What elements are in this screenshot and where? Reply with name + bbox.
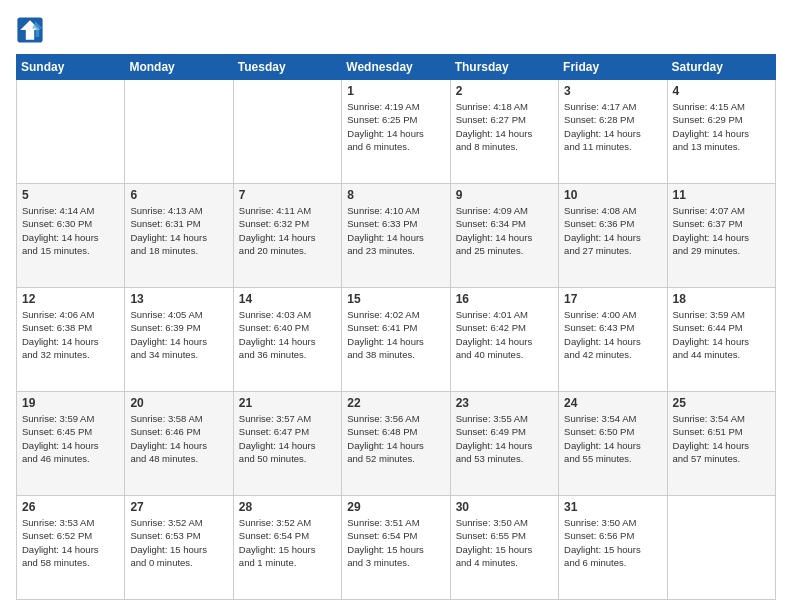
day-info: Sunrise: 4:15 AM Sunset: 6:29 PM Dayligh… (673, 100, 770, 153)
day-info: Sunrise: 3:52 AM Sunset: 6:53 PM Dayligh… (130, 516, 227, 569)
calendar-cell: 6Sunrise: 4:13 AM Sunset: 6:31 PM Daylig… (125, 184, 233, 288)
day-number: 10 (564, 188, 661, 202)
calendar-cell: 26Sunrise: 3:53 AM Sunset: 6:52 PM Dayli… (17, 496, 125, 600)
calendar-cell: 25Sunrise: 3:54 AM Sunset: 6:51 PM Dayli… (667, 392, 775, 496)
day-number: 7 (239, 188, 336, 202)
day-number: 22 (347, 396, 444, 410)
day-info: Sunrise: 4:19 AM Sunset: 6:25 PM Dayligh… (347, 100, 444, 153)
day-number: 19 (22, 396, 119, 410)
page: SundayMondayTuesdayWednesdayThursdayFrid… (0, 0, 792, 612)
calendar-cell: 14Sunrise: 4:03 AM Sunset: 6:40 PM Dayli… (233, 288, 341, 392)
calendar-table: SundayMondayTuesdayWednesdayThursdayFrid… (16, 54, 776, 600)
calendar-cell: 9Sunrise: 4:09 AM Sunset: 6:34 PM Daylig… (450, 184, 558, 288)
day-number: 3 (564, 84, 661, 98)
day-info: Sunrise: 4:08 AM Sunset: 6:36 PM Dayligh… (564, 204, 661, 257)
day-info: Sunrise: 4:09 AM Sunset: 6:34 PM Dayligh… (456, 204, 553, 257)
day-number: 24 (564, 396, 661, 410)
calendar-cell: 11Sunrise: 4:07 AM Sunset: 6:37 PM Dayli… (667, 184, 775, 288)
calendar-cell: 12Sunrise: 4:06 AM Sunset: 6:38 PM Dayli… (17, 288, 125, 392)
calendar-cell: 4Sunrise: 4:15 AM Sunset: 6:29 PM Daylig… (667, 80, 775, 184)
calendar-week-row: 5Sunrise: 4:14 AM Sunset: 6:30 PM Daylig… (17, 184, 776, 288)
calendar-cell: 8Sunrise: 4:10 AM Sunset: 6:33 PM Daylig… (342, 184, 450, 288)
calendar-cell: 29Sunrise: 3:51 AM Sunset: 6:54 PM Dayli… (342, 496, 450, 600)
day-info: Sunrise: 4:06 AM Sunset: 6:38 PM Dayligh… (22, 308, 119, 361)
calendar-week-row: 26Sunrise: 3:53 AM Sunset: 6:52 PM Dayli… (17, 496, 776, 600)
day-number: 12 (22, 292, 119, 306)
weekday-header-row: SundayMondayTuesdayWednesdayThursdayFrid… (17, 55, 776, 80)
calendar-cell: 28Sunrise: 3:52 AM Sunset: 6:54 PM Dayli… (233, 496, 341, 600)
weekday-header-sunday: Sunday (17, 55, 125, 80)
day-number: 8 (347, 188, 444, 202)
day-info: Sunrise: 4:10 AM Sunset: 6:33 PM Dayligh… (347, 204, 444, 257)
day-number: 16 (456, 292, 553, 306)
day-info: Sunrise: 4:17 AM Sunset: 6:28 PM Dayligh… (564, 100, 661, 153)
calendar-cell: 2Sunrise: 4:18 AM Sunset: 6:27 PM Daylig… (450, 80, 558, 184)
calendar-cell (17, 80, 125, 184)
calendar-week-row: 19Sunrise: 3:59 AM Sunset: 6:45 PM Dayli… (17, 392, 776, 496)
day-info: Sunrise: 3:53 AM Sunset: 6:52 PM Dayligh… (22, 516, 119, 569)
day-number: 21 (239, 396, 336, 410)
day-info: Sunrise: 3:54 AM Sunset: 6:50 PM Dayligh… (564, 412, 661, 465)
weekday-header-wednesday: Wednesday (342, 55, 450, 80)
calendar-cell (233, 80, 341, 184)
calendar-cell: 20Sunrise: 3:58 AM Sunset: 6:46 PM Dayli… (125, 392, 233, 496)
calendar-cell: 7Sunrise: 4:11 AM Sunset: 6:32 PM Daylig… (233, 184, 341, 288)
day-info: Sunrise: 3:51 AM Sunset: 6:54 PM Dayligh… (347, 516, 444, 569)
day-number: 5 (22, 188, 119, 202)
calendar-cell: 23Sunrise: 3:55 AM Sunset: 6:49 PM Dayli… (450, 392, 558, 496)
day-number: 30 (456, 500, 553, 514)
calendar-cell: 21Sunrise: 3:57 AM Sunset: 6:47 PM Dayli… (233, 392, 341, 496)
day-info: Sunrise: 3:50 AM Sunset: 6:56 PM Dayligh… (564, 516, 661, 569)
calendar-cell: 15Sunrise: 4:02 AM Sunset: 6:41 PM Dayli… (342, 288, 450, 392)
calendar-cell: 22Sunrise: 3:56 AM Sunset: 6:48 PM Dayli… (342, 392, 450, 496)
logo (16, 16, 48, 44)
day-info: Sunrise: 3:59 AM Sunset: 6:44 PM Dayligh… (673, 308, 770, 361)
day-number: 6 (130, 188, 227, 202)
weekday-header-tuesday: Tuesday (233, 55, 341, 80)
weekday-header-thursday: Thursday (450, 55, 558, 80)
calendar-cell: 1Sunrise: 4:19 AM Sunset: 6:25 PM Daylig… (342, 80, 450, 184)
day-info: Sunrise: 3:52 AM Sunset: 6:54 PM Dayligh… (239, 516, 336, 569)
calendar-cell: 3Sunrise: 4:17 AM Sunset: 6:28 PM Daylig… (559, 80, 667, 184)
day-info: Sunrise: 4:00 AM Sunset: 6:43 PM Dayligh… (564, 308, 661, 361)
calendar-cell (667, 496, 775, 600)
day-number: 1 (347, 84, 444, 98)
day-info: Sunrise: 4:03 AM Sunset: 6:40 PM Dayligh… (239, 308, 336, 361)
calendar-week-row: 12Sunrise: 4:06 AM Sunset: 6:38 PM Dayli… (17, 288, 776, 392)
day-number: 27 (130, 500, 227, 514)
day-info: Sunrise: 4:14 AM Sunset: 6:30 PM Dayligh… (22, 204, 119, 257)
day-number: 23 (456, 396, 553, 410)
calendar-cell: 13Sunrise: 4:05 AM Sunset: 6:39 PM Dayli… (125, 288, 233, 392)
day-number: 31 (564, 500, 661, 514)
day-info: Sunrise: 3:59 AM Sunset: 6:45 PM Dayligh… (22, 412, 119, 465)
day-number: 2 (456, 84, 553, 98)
day-number: 13 (130, 292, 227, 306)
day-number: 4 (673, 84, 770, 98)
logo-icon (16, 16, 44, 44)
day-info: Sunrise: 4:05 AM Sunset: 6:39 PM Dayligh… (130, 308, 227, 361)
weekday-header-monday: Monday (125, 55, 233, 80)
day-number: 26 (22, 500, 119, 514)
day-info: Sunrise: 4:01 AM Sunset: 6:42 PM Dayligh… (456, 308, 553, 361)
weekday-header-friday: Friday (559, 55, 667, 80)
calendar-cell: 16Sunrise: 4:01 AM Sunset: 6:42 PM Dayli… (450, 288, 558, 392)
calendar-cell: 5Sunrise: 4:14 AM Sunset: 6:30 PM Daylig… (17, 184, 125, 288)
day-number: 17 (564, 292, 661, 306)
calendar-cell: 24Sunrise: 3:54 AM Sunset: 6:50 PM Dayli… (559, 392, 667, 496)
day-info: Sunrise: 3:54 AM Sunset: 6:51 PM Dayligh… (673, 412, 770, 465)
day-number: 28 (239, 500, 336, 514)
day-number: 18 (673, 292, 770, 306)
calendar-cell: 30Sunrise: 3:50 AM Sunset: 6:55 PM Dayli… (450, 496, 558, 600)
day-info: Sunrise: 3:56 AM Sunset: 6:48 PM Dayligh… (347, 412, 444, 465)
day-info: Sunrise: 4:07 AM Sunset: 6:37 PM Dayligh… (673, 204, 770, 257)
weekday-header-saturday: Saturday (667, 55, 775, 80)
calendar-week-row: 1Sunrise: 4:19 AM Sunset: 6:25 PM Daylig… (17, 80, 776, 184)
day-number: 29 (347, 500, 444, 514)
day-info: Sunrise: 3:57 AM Sunset: 6:47 PM Dayligh… (239, 412, 336, 465)
calendar-cell: 19Sunrise: 3:59 AM Sunset: 6:45 PM Dayli… (17, 392, 125, 496)
day-info: Sunrise: 4:02 AM Sunset: 6:41 PM Dayligh… (347, 308, 444, 361)
day-info: Sunrise: 3:55 AM Sunset: 6:49 PM Dayligh… (456, 412, 553, 465)
day-info: Sunrise: 4:13 AM Sunset: 6:31 PM Dayligh… (130, 204, 227, 257)
day-info: Sunrise: 3:50 AM Sunset: 6:55 PM Dayligh… (456, 516, 553, 569)
day-info: Sunrise: 4:11 AM Sunset: 6:32 PM Dayligh… (239, 204, 336, 257)
